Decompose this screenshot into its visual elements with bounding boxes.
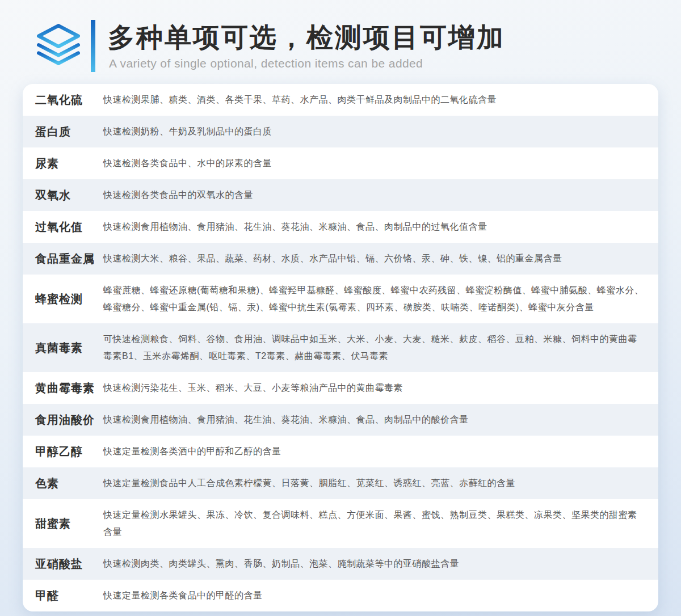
test-items-card: 二氧化硫 快速检测果脯、糖类、酒类、各类干果、草药、水产品、肉类干鲜品及肉制品中… — [23, 84, 658, 611]
row-label: 蛋白质 — [35, 124, 103, 140]
row-description: 快速定量检测各类酒中的甲醇和乙醇的含量 — [103, 436, 645, 467]
table-row: 亚硝酸盐 快速检测肉类、肉类罐头、熏肉、香肠、奶制品、泡菜、腌制蔬菜等中的亚硝酸… — [23, 548, 658, 580]
row-description: 快速检测食用植物油、食用猪油、花生油、葵花油、米糠油、食品、肉制品中的酸价含量 — [103, 404, 645, 436]
page: 多种单项可选，检测项目可增加 A variety of single optio… — [0, 0, 681, 616]
table-row: 食品重金属 快速检测大米、粮谷、果品、蔬菜、药材、水质、水产品中铅、镉、六价铬、… — [23, 243, 658, 275]
row-label: 甲醇乙醇 — [35, 444, 103, 459]
page-title: 多种单项可选，检测项目可增加 — [108, 22, 505, 53]
row-label: 甜蜜素 — [35, 516, 103, 531]
row-label: 过氧化值 — [35, 220, 103, 235]
row-label: 亚硝酸盐 — [35, 556, 103, 572]
row-description: 快速定量检测各类食品中的甲醛的含量 — [103, 580, 645, 611]
table-row: 甜蜜素 快速定量检测水果罐头、果冻、冷饮、复合调味料、糕点、方便米面、果酱、蜜饯… — [23, 499, 658, 548]
table-row: 过氧化值 快速检测食用植物油、食用猪油、花生油、葵花油、米糠油、食品、肉制品中的… — [23, 211, 658, 243]
row-label: 双氧水 — [35, 188, 103, 203]
table-row: 真菌毒素 可快速检测粮食、饲料、谷物、食用油、调味品中如玉米、大米、小麦、大麦、… — [23, 323, 658, 372]
row-description: 快速检测食用植物油、食用猪油、花生油、葵花油、米糠油、食品、肉制品中的过氧化值含… — [103, 211, 645, 243]
table-row: 蛋白质 快速检测奶粉、牛奶及乳制品中的蛋白质 — [23, 116, 658, 147]
test-items-table: 二氧化硫 快速检测果脯、糖类、酒类、各类干果、草药、水产品、肉类干鲜品及肉制品中… — [23, 84, 658, 611]
table-row: 甲醇乙醇 快速定量检测各类酒中的甲醇和乙醇的含量 — [23, 436, 658, 467]
row-label: 蜂蜜检测 — [35, 292, 103, 307]
row-label: 尿素 — [35, 156, 103, 171]
table-row: 二氧化硫 快速检测果脯、糖类、酒类、各类干果、草药、水产品、肉类干鲜品及肉制品中… — [23, 84, 658, 116]
row-description: 快速检测各类食品中、水中的尿素的含量 — [103, 147, 645, 179]
row-description: 快速检测果脯、糖类、酒类、各类干果、草药、水产品、肉类干鲜品及肉制品中的二氧化硫… — [103, 84, 645, 116]
header: 多种单项可选，检测项目可增加 A variety of single optio… — [0, 0, 681, 84]
layers-stack-icon — [34, 22, 83, 70]
table-row: 甲醛 快速定量检测各类食品中的甲醛的含量 — [23, 580, 658, 611]
row-description: 快速检测污染花生、玉米、稻米、大豆、小麦等粮油产品中的黄曲霉毒素 — [103, 372, 645, 404]
row-label: 色素 — [35, 476, 103, 491]
row-description: 快速定量检测水果罐头、果冻、冷饮、复合调味料、糕点、方便米面、果酱、蜜饯、熟制豆… — [103, 499, 645, 548]
table-row: 食用油酸价 快速检测食用植物油、食用猪油、花生油、葵花油、米糠油、食品、肉制品中… — [23, 404, 658, 436]
row-label: 二氧化硫 — [35, 92, 103, 108]
table-row: 色素 快速定量检测食品中人工合成色素柠檬黄、日落黄、胭脂红、苋菜红、诱惑红、亮蓝… — [23, 467, 658, 499]
row-description: 快速检测肉类、肉类罐头、熏肉、香肠、奶制品、泡菜、腌制蔬菜等中的亚硝酸盐含量 — [103, 548, 645, 580]
row-label: 黄曲霉毒素 — [35, 381, 103, 396]
header-titles: 多种单项可选，检测项目可增加 A variety of single optio… — [108, 22, 505, 70]
header-divider-bar — [91, 20, 95, 72]
row-label: 食用油酸价 — [35, 412, 103, 428]
row-description: 蜂蜜蔗糖、蜂蜜还原糖(葡萄糖和果糖)、蜂蜜羟甲基糠醛、蜂蜜酸度、蜂蜜中农药残留、… — [103, 275, 645, 323]
row-label: 甲醛 — [35, 588, 103, 604]
row-description: 快速定量检测食品中人工合成色素柠檬黄、日落黄、胭脂红、苋菜红、诱惑红、亮蓝、赤藓… — [103, 467, 645, 499]
row-label: 真菌毒素 — [35, 340, 103, 356]
row-label: 食品重金属 — [35, 251, 103, 267]
table-row: 尿素 快速检测各类食品中、水中的尿素的含量 — [23, 147, 658, 179]
row-description: 可快速检测粮食、饲料、谷物、食用油、调味品中如玉米、大米、小麦、大麦、糙米、麸皮… — [103, 323, 645, 372]
row-description: 快速检测各类食品中的双氧水的含量 — [103, 179, 645, 211]
table-row: 双氧水 快速检测各类食品中的双氧水的含量 — [23, 179, 658, 211]
row-description: 快速检测奶粉、牛奶及乳制品中的蛋白质 — [103, 116, 645, 147]
table-row: 黄曲霉毒素 快速检测污染花生、玉米、稻米、大豆、小麦等粮油产品中的黄曲霉毒素 — [23, 372, 658, 404]
page-subtitle: A variety of single optional, detection … — [109, 57, 505, 70]
table-row: 蜂蜜检测 蜂蜜蔗糖、蜂蜜还原糖(葡萄糖和果糖)、蜂蜜羟甲基糠醛、蜂蜜酸度、蜂蜜中… — [23, 275, 658, 323]
row-description: 快速检测大米、粮谷、果品、蔬菜、药材、水质、水产品中铅、镉、六价铬、汞、砷、铁、… — [103, 243, 645, 275]
